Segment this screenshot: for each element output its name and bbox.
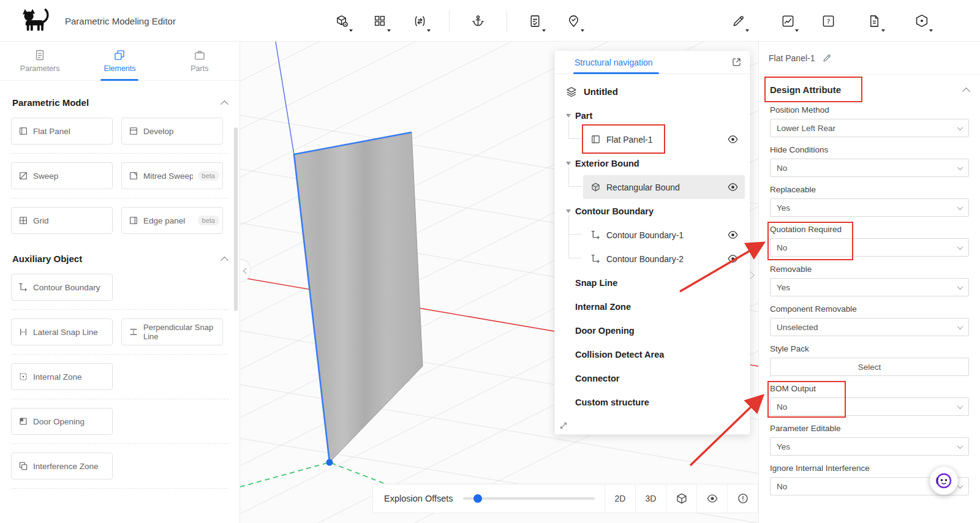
- bom-output-select[interactable]: No: [770, 397, 969, 416]
- tree-group-contour-boundary[interactable]: Contour Boundary: [555, 199, 750, 223]
- contour-boundary-icon: [18, 282, 28, 292]
- door-opening-button[interactable]: Door Opening: [11, 408, 113, 435]
- dashed-divider: [11, 399, 228, 399]
- chevron-up-icon[interactable]: [221, 100, 228, 108]
- field-hide-conditions: Hide Conditions No: [770, 145, 969, 177]
- tree-item-flat-panel-1[interactable]: Flat Panel-1: [583, 127, 745, 151]
- tree-connector: [568, 215, 582, 258]
- eye-icon[interactable]: [727, 134, 739, 145]
- tree-item-contour-boundary-2[interactable]: Contour Boundary-2: [583, 247, 745, 271]
- section-auxiliary-object[interactable]: Auxiliary Object: [12, 254, 227, 264]
- mitred-sweep-button[interactable]: Mitred Sweep beta: [121, 162, 223, 189]
- develop-button[interactable]: Develop: [121, 118, 223, 145]
- isometric-cube-button[interactable]: [666, 484, 696, 513]
- chart-icon[interactable]: [777, 10, 799, 32]
- tree-item-contour-boundary-1[interactable]: Contour Boundary-1: [583, 223, 745, 247]
- cat-logo: [21, 7, 51, 36]
- chevron-down-icon: [957, 483, 963, 489]
- inspector-header: Flat Panel-1: [759, 42, 980, 75]
- flat-panel-object[interactable]: [294, 132, 423, 466]
- structural-navigation-tab[interactable]: Structural navigation: [575, 58, 653, 67]
- caret-down-icon[interactable]: [566, 162, 571, 165]
- tree-group-part[interactable]: Part: [555, 103, 750, 127]
- view-2d-button[interactable]: 2D: [605, 484, 635, 513]
- flat-panel-button[interactable]: Flat Panel: [11, 118, 113, 145]
- internal-zone-button[interactable]: Internal Zone: [11, 363, 113, 390]
- sweep-button[interactable]: Sweep: [11, 162, 113, 189]
- section-parametric-model[interactable]: Parametric Model: [12, 97, 227, 108]
- open-in-window-icon[interactable]: [731, 56, 742, 68]
- edge-panel-icon: [129, 216, 138, 225]
- mitred-sweep-icon: [129, 171, 138, 181]
- tree-group-custom-structure[interactable]: Custom structure: [555, 390, 750, 414]
- view-3d-button[interactable]: 3D: [635, 484, 666, 513]
- beta-badge: beta: [198, 216, 219, 225]
- eye-icon[interactable]: [727, 181, 739, 193]
- warnings-button[interactable]: [727, 484, 758, 513]
- origin-point[interactable]: [326, 459, 333, 466]
- inspector-panel: Flat Panel-1 Design Attribute Position M…: [758, 42, 980, 523]
- slider-thumb[interactable]: [473, 494, 482, 503]
- sidebar-scrollbar[interactable]: [234, 127, 238, 311]
- help-icon[interactable]: [817, 10, 839, 32]
- tree-group-exterior-bound[interactable]: Exterior Bound: [555, 151, 750, 175]
- quotation-required-select[interactable]: No: [770, 238, 969, 257]
- field-bom-output: BOM Output No: [770, 384, 969, 416]
- tab-parameters[interactable]: Parameters: [0, 42, 80, 80]
- dashed-divider: [11, 153, 228, 154]
- tab-parts[interactable]: Parts: [160, 42, 239, 80]
- structure-tree: Untitled Part Flat Panel-1 Exterior Boun…: [555, 74, 750, 414]
- tab-elements[interactable]: Elements: [80, 42, 159, 80]
- structural-nav-header: Structural navigation: [555, 51, 750, 74]
- chevron-up-icon[interactable]: [221, 257, 228, 265]
- parameter-editable-select[interactable]: Yes: [770, 437, 969, 456]
- interference-zone-button[interactable]: Interference Zone: [11, 453, 113, 480]
- component-library-icon[interactable]: [331, 10, 353, 32]
- document-check-icon[interactable]: [524, 10, 546, 32]
- chevron-up-icon[interactable]: [962, 87, 970, 95]
- tree-group-connector[interactable]: Connector: [555, 366, 750, 390]
- resize-handle-icon[interactable]: [559, 421, 568, 431]
- grid-button[interactable]: Grid: [11, 207, 113, 234]
- pin-check-icon[interactable]: [562, 10, 584, 32]
- inspector-body: Design Attribute Position Method Lower L…: [759, 75, 980, 495]
- tree-group-snap-line[interactable]: Snap Line: [555, 271, 750, 295]
- style-pack-select-button[interactable]: Select: [770, 358, 969, 376]
- left-sidebar: Parameters Elements Parts Parametric Mod…: [0, 42, 240, 523]
- swap-connect-icon[interactable]: [409, 10, 431, 32]
- file-icon[interactable]: [863, 10, 885, 32]
- tree-group-internal-zone[interactable]: Internal Zone: [555, 295, 750, 318]
- slider-track[interactable]: [463, 497, 595, 500]
- perpendicular-snap-line-button[interactable]: Perpendicular Snap Line: [121, 318, 223, 345]
- edge-panel-button[interactable]: Edge panel beta: [121, 207, 223, 234]
- lateral-snap-line-button[interactable]: Lateral Snap Line: [11, 318, 113, 345]
- tree-item-rectangular-bound[interactable]: Rectangular Bound: [583, 175, 745, 199]
- edit-icon[interactable]: [727, 10, 749, 32]
- explosion-offsets-slider[interactable]: [463, 494, 595, 503]
- explosion-offsets-label: Explosion Offsets: [373, 494, 453, 503]
- removable-select[interactable]: Yes: [770, 278, 969, 296]
- component-removable-select[interactable]: Unselected: [770, 318, 969, 336]
- chevron-down-icon: [957, 164, 963, 170]
- eye-icon[interactable]: [727, 253, 739, 265]
- replaceable-select[interactable]: Yes: [770, 198, 969, 217]
- eye-icon[interactable]: [727, 229, 739, 241]
- modules-icon[interactable]: [369, 10, 391, 32]
- caret-down-icon[interactable]: [566, 209, 571, 213]
- hide-conditions-select[interactable]: No: [770, 159, 969, 177]
- caret-down-icon[interactable]: [566, 114, 571, 118]
- contour-boundary-button[interactable]: Contour Boundary: [11, 274, 113, 301]
- anchor-icon[interactable]: [467, 10, 489, 32]
- top-header: Parametric Modeling Editor: [0, 0, 980, 42]
- design-attribute-section[interactable]: Design Attribute: [770, 82, 969, 97]
- chat-assistant-button[interactable]: [930, 467, 958, 495]
- chevron-down-icon: [957, 244, 963, 250]
- tree-item-untitled[interactable]: Untitled: [555, 80, 750, 103]
- visibility-button[interactable]: [696, 484, 727, 513]
- tree-group-collision-detect-area[interactable]: Collision Detect Area: [555, 342, 750, 366]
- position-method-select[interactable]: Lower Left Rear: [770, 119, 969, 137]
- settings-hexagon-icon[interactable]: [911, 10, 933, 32]
- parts-briefcase-icon: [194, 49, 206, 61]
- rename-pencil-icon[interactable]: [822, 53, 832, 63]
- tree-group-door-opening[interactable]: Door Opening: [555, 318, 750, 342]
